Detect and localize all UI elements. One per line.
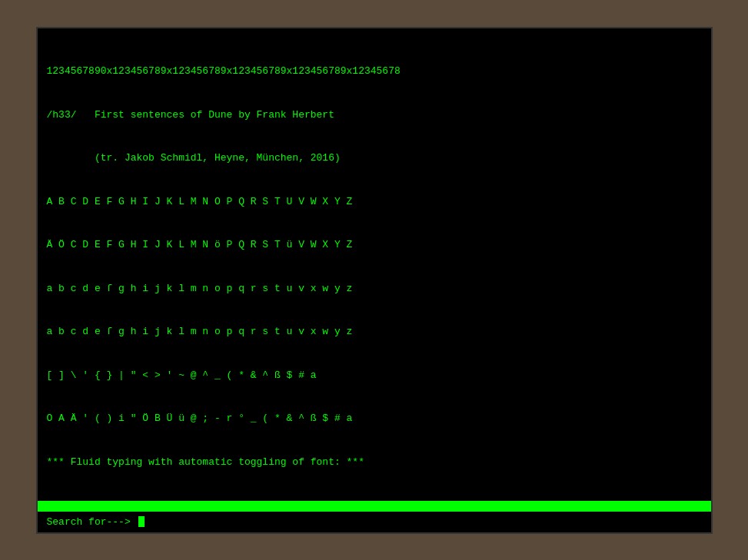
terminal-line-2: /h33/ First sentences of Dune by Frank H… — [47, 108, 702, 123]
terminal-line-4: A B C D E F G H I J K L M N O P Q R S T … — [47, 195, 702, 210]
cursor-blink — [138, 516, 145, 527]
search-label: Search for---> — [47, 516, 131, 528]
terminal-line-8: [ ] \ ' { } | " < > ' ~ @ ^ _ ( * & ^ ß … — [47, 369, 702, 383]
terminal-line-7: a b c d e ſ g h i j k l m n o p q r s t … — [47, 325, 702, 340]
terminal-line-1: 1234567890x123456789x123456789x123456789… — [47, 65, 702, 79]
search-bar[interactable]: Search for---> — [38, 512, 711, 532]
search-value — [131, 516, 137, 528]
terminal-line-6: a b c d e ſ g h i j k l m n o p q r s t … — [47, 282, 702, 297]
progress-bar — [38, 501, 711, 512]
terminal-line-3: (tr. Jakob Schmidl, Heyne, München, 2016… — [47, 151, 702, 166]
terminal-line-5: Ä Ö C D E F G H I J K L M N ö P Q R S T … — [47, 238, 702, 253]
terminal-content: 1234567890x123456789x123456789x123456789… — [38, 28, 711, 501]
terminal-line-9: O A Ä ' ( ) i " Ö B Ü ü @ ; - r ° _ ( * … — [47, 412, 702, 426]
terminal-line-10: *** Fluid typing with automatic toggling… — [47, 456, 702, 470]
terminal-window: 1234567890x123456789x123456789x123456789… — [36, 27, 713, 534]
